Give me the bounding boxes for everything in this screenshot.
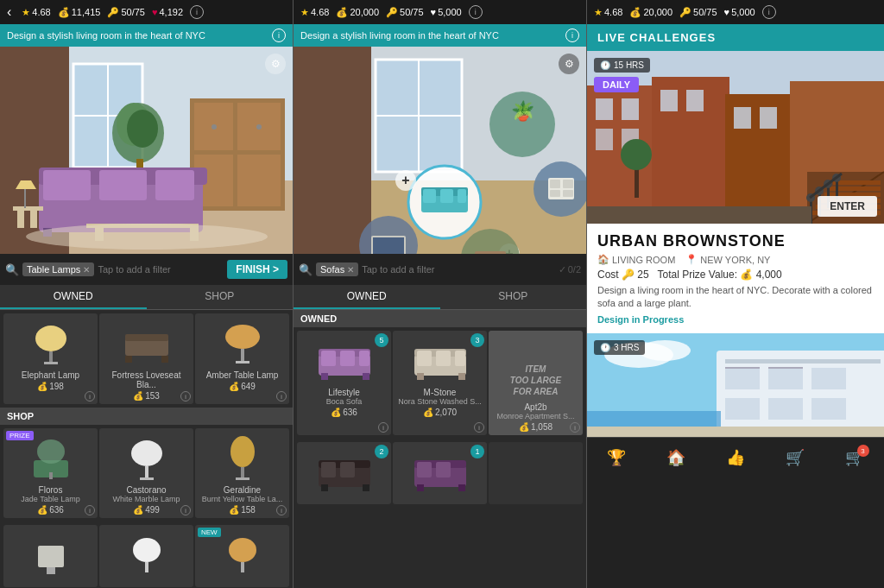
challenge-meta: 🏠 LIVING ROOM 📍 NEW YORK, NY — [597, 254, 874, 265]
svg-rect-158 — [811, 368, 846, 389]
hearts-mid: ♥ 5,000 — [431, 7, 462, 17]
item-castorano[interactable]: Castorano White Marble Lamp 💰499 i — [99, 428, 193, 518]
item-lifestyle-sofa[interactable]: 5 Lifestyle Boca Sofa 💰636 i — [297, 331, 391, 435]
svg-rect-159 — [725, 398, 760, 420]
svg-rect-78 — [440, 189, 453, 203]
challenge-title: URBAN BROWNSTONE — [597, 232, 874, 250]
svg-rect-20 — [43, 170, 91, 200]
nav-cart-2[interactable]: 🛒 3 — [845, 448, 864, 467]
design-in-progress[interactable]: Design in Progress — [597, 314, 874, 325]
svg-rect-130 — [760, 107, 777, 129]
nav-like[interactable]: 👍 — [726, 448, 745, 467]
item-info[interactable]: i — [180, 505, 191, 515]
item-info[interactable]: i — [474, 422, 484, 433]
settings-icon-left[interactable]: ⚙ — [265, 54, 286, 74]
item-info[interactable]: i — [276, 505, 287, 515]
pin-icon: 📍 — [685, 254, 698, 265]
nav-cart-1[interactable]: 🛒 — [786, 448, 805, 467]
finish-button[interactable]: FINISH > — [227, 260, 287, 279]
mid-panel: ★ 4.68 💰 20,000 🔑 50/75 ♥ 5,000 i Design… — [294, 0, 587, 588]
search-icon-left: 🔍 — [5, 263, 19, 276]
svg-rect-48 — [145, 466, 148, 478]
item-fortress-loveseat[interactable]: Fortress Loveseat Bla... 💰153 i — [99, 313, 193, 404]
shop-row-2-left: NEW — [0, 522, 293, 588]
item-apt2b-too-large[interactable]: ITEMTOO LARGEFOR AREA Apt2b Monroe Apart… — [489, 331, 583, 435]
coin-icon: 💰 — [58, 7, 70, 18]
tab-owned-left[interactable]: OWNED — [0, 285, 147, 309]
keys-right: 🔑 50/75 — [679, 7, 717, 18]
info-button-mid[interactable]: i — [469, 5, 483, 19]
svg-rect-58 — [241, 562, 244, 572]
enter-button[interactable]: ENTER — [818, 196, 877, 217]
room-svg-mid: 🪴 + + — [294, 47, 586, 254]
svg-rect-71 — [563, 180, 573, 188]
back-button[interactable]: ‹ — [7, 4, 11, 20]
filter-tag-sofas[interactable]: Sofas ✕ — [316, 262, 358, 276]
cart-badge: 3 — [857, 445, 869, 457]
challenge-type: 🏠 LIVING ROOM — [597, 254, 675, 265]
item-floros[interactable]: PRIZE Floros Jade Table Lamp 💰636 i — [3, 428, 98, 518]
timer-badge-1: 🕐 15 HRS — [594, 58, 650, 73]
svg-text:+: + — [401, 173, 409, 187]
filter-tag-close-mid[interactable]: ✕ — [347, 265, 354, 275]
item-shop-4[interactable] — [3, 525, 98, 587]
svg-rect-166 — [587, 427, 884, 437]
right-panel: ★ 4.68 💰 20,000 🔑 50/75 ♥ 5,000 i LIVE C… — [587, 0, 884, 588]
tab-shop-mid[interactable]: SHOP — [440, 285, 587, 309]
challenge-2-image[interactable]: 🕐 3 HRS — [587, 333, 884, 437]
prize-badge: PRIZE — [6, 431, 34, 440]
tab-owned-mid[interactable]: OWNED — [294, 285, 440, 309]
room-scene-mid: 🪴 + + — [294, 47, 586, 254]
nav-trophy[interactable]: 🏆 — [607, 448, 626, 467]
room-svg-left — [0, 47, 293, 254]
svg-rect-29 — [13, 206, 43, 211]
banner-info-mid[interactable]: i — [565, 28, 579, 42]
item-sofa-dark[interactable]: 2 — [297, 442, 391, 504]
item-shop-5[interactable] — [99, 525, 193, 587]
item-shop-6[interactable]: NEW — [195, 525, 289, 587]
item-elephant-lamp[interactable]: Elephant Lamp 💰198 i — [3, 313, 98, 404]
item-img — [410, 446, 470, 497]
item-img — [212, 432, 273, 484]
info-button-right[interactable]: i — [762, 5, 776, 19]
tab-shop-left[interactable]: SHOP — [147, 285, 294, 309]
star-icon: ★ — [594, 7, 603, 18]
svg-text:🪴: 🪴 — [511, 99, 535, 123]
room-scene-left: ⚙ — [0, 47, 293, 254]
key-icon: 🔑 — [107, 7, 119, 18]
info-button-left[interactable]: i — [190, 5, 204, 19]
svg-point-150 — [621, 139, 652, 170]
svg-rect-39 — [125, 356, 132, 363]
filter-tag-table-lamps[interactable]: Table Lamps ✕ — [22, 262, 94, 276]
item-info[interactable]: i — [570, 422, 580, 433]
item-info[interactable]: i — [85, 391, 95, 401]
svg-rect-108 — [340, 462, 355, 477]
trophy-icon: 🏆 — [607, 448, 626, 467]
num-badge-2: 2 — [375, 445, 388, 458]
item-amber-lamp[interactable]: Amber Table Lamp 💰649 i — [195, 313, 289, 404]
svg-rect-54 — [47, 567, 55, 574]
challenge-cost: Cost 🔑 25 Total Prize Value: 💰 4,000 — [597, 269, 874, 281]
banner-info-left[interactable]: i — [272, 28, 286, 42]
item-sofa-purple2[interactable]: 1 — [393, 442, 487, 504]
challenge-location: 📍 NEW YORK, NY — [685, 254, 770, 265]
heart-icon: ♥ — [724, 7, 730, 17]
item-info[interactable]: i — [85, 505, 95, 515]
cart-icon-1: 🛒 — [786, 448, 805, 467]
item-info[interactable]: i — [276, 391, 287, 401]
left-panel: ‹ ★ 4.68 💰 11,415 🔑 50/75 ♥ 4,192 i Desi… — [0, 0, 294, 588]
item-info[interactable]: i — [180, 391, 191, 401]
item-name: Fortress Loveseat Bla... — [103, 370, 190, 389]
item-sub: Monroe Apartment S... — [496, 412, 574, 420]
nav-home[interactable]: 🏠 — [666, 448, 685, 467]
coins-right: 💰 20,000 — [629, 7, 672, 18]
item-price: 💰2,070 — [423, 408, 457, 417]
item-info[interactable]: i — [378, 422, 388, 433]
svg-rect-113 — [417, 462, 432, 477]
filter-tag-close[interactable]: ✕ — [83, 265, 90, 275]
settings-icon-mid[interactable]: ⚙ — [559, 54, 579, 74]
tabs-mid: OWNED SHOP — [294, 285, 586, 310]
item-mstone-sofa[interactable]: 3 M-Stone Nora Stone Washed S... 💰2,070 … — [393, 331, 487, 435]
svg-point-57 — [229, 538, 256, 562]
item-geraldine[interactable]: Geraldine Burnt Yellow Table La... 💰158 … — [195, 428, 289, 518]
